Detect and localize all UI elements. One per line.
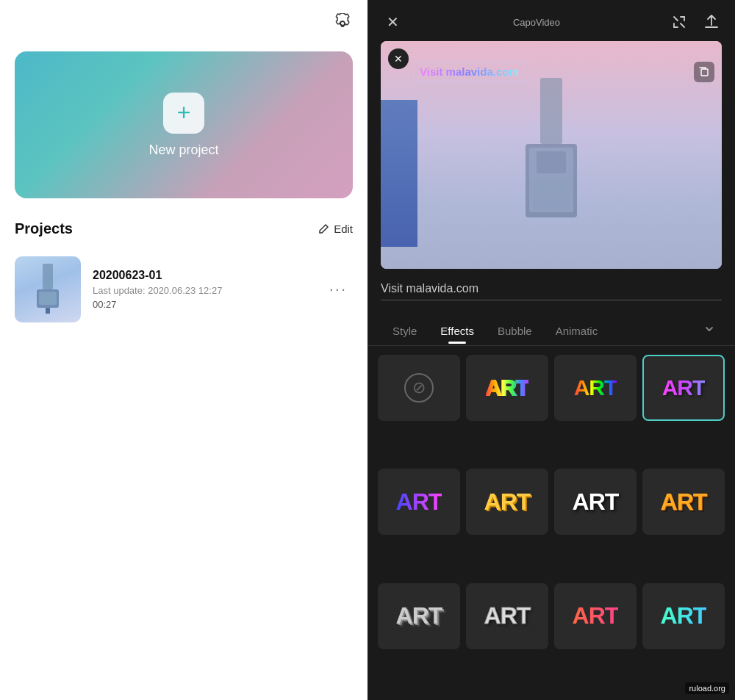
copy-button[interactable] <box>694 62 714 82</box>
effect-cell-3[interactable]: ART <box>642 355 725 421</box>
project-name: 20200623-01 <box>93 269 312 282</box>
machine-thumbnail-icon <box>29 264 66 315</box>
project-date: Last update: 2020.06.23 12:27 <box>93 285 312 296</box>
effect-cell-10[interactable]: ART <box>554 583 637 649</box>
svg-rect-3 <box>46 308 50 314</box>
left-panel: + New project Projects Edit <box>0 0 368 700</box>
effect-cell-8[interactable]: ART <box>378 583 460 649</box>
edit-label: Edit <box>334 223 353 235</box>
art-label-8: ART <box>396 602 442 629</box>
tab-effects-label: Effects <box>440 325 474 337</box>
project-info: 20200623-01 Last update: 2020.06.23 12:2… <box>93 269 312 310</box>
svg-rect-12 <box>701 69 708 76</box>
none-icon: ⊘ <box>404 373 434 403</box>
art-label-9: ART <box>484 602 531 629</box>
art-label-7: ART <box>661 488 707 516</box>
svg-rect-10 <box>529 232 573 238</box>
project-more-button[interactable]: ··· <box>323 274 353 305</box>
effect-cell-2[interactable]: ART <box>554 355 637 421</box>
header-actions <box>669 12 722 32</box>
upload-button[interactable] <box>701 12 722 32</box>
effect-none[interactable]: ⊘ <box>378 355 460 421</box>
close-button[interactable]: ✕ <box>381 10 404 34</box>
projects-title: Projects <box>15 220 73 237</box>
art-label-4: ART <box>396 488 442 516</box>
text-input[interactable] <box>381 278 722 300</box>
edit-button[interactable]: Edit <box>318 223 353 235</box>
new-project-label: New project <box>148 142 218 158</box>
expand-button[interactable] <box>669 12 689 32</box>
art-label-10: ART <box>573 602 619 629</box>
tab-style[interactable]: Style <box>381 319 429 343</box>
art-label-3: ART <box>662 375 706 400</box>
tab-more-icon[interactable] <box>697 317 722 345</box>
effect-cell-4[interactable]: ART <box>378 469 460 535</box>
tabs-row: Style Effects Bubble Animatic <box>368 309 735 346</box>
tab-animatic[interactable]: Animatic <box>544 319 610 343</box>
plus-symbol: + <box>177 99 191 126</box>
text-input-wrap <box>368 269 735 309</box>
video-header: ✕ CapoVideo <box>368 0 735 34</box>
svg-rect-2 <box>39 292 57 305</box>
tab-effects[interactable]: Effects <box>429 319 486 343</box>
svg-rect-9 <box>544 217 559 236</box>
effect-cell-9[interactable]: ART <box>466 583 548 649</box>
art-label-6: ART <box>573 488 619 516</box>
art-label-2: ART <box>574 375 617 400</box>
tab-style-label: Style <box>392 325 417 337</box>
effects-grid: ⊘ ART ART ART ART ART ART ART ART ART <box>368 346 735 700</box>
edit-icon <box>318 223 329 235</box>
effect-cell-11[interactable]: ART <box>642 583 725 649</box>
effect-cell-6[interactable]: ART <box>554 469 637 535</box>
effect-cell-1[interactable]: ART <box>466 355 548 421</box>
project-duration: 00:27 <box>93 299 312 310</box>
video-title: CapoVideo <box>513 17 560 28</box>
right-panel: ✕ CapoVideo <box>368 0 735 700</box>
video-preview: ✕ Visit malavida.com <box>381 41 722 269</box>
project-thumb-inner <box>15 256 81 322</box>
project-list-item: 20200623-01 Last update: 2020.06.23 12:2… <box>15 249 353 330</box>
svg-rect-8 <box>537 151 566 173</box>
tab-animatic-label: Animatic <box>556 325 598 337</box>
effect-cell-7[interactable]: ART <box>642 469 725 535</box>
art-label-5: ART <box>484 488 531 516</box>
watermark-text: Visit malavida.com <box>413 62 526 82</box>
watermark-close-button[interactable]: ✕ <box>388 48 409 69</box>
new-project-card[interactable]: + New project <box>15 51 353 198</box>
svg-rect-0 <box>43 264 53 289</box>
tab-bubble-label: Bubble <box>498 325 532 337</box>
art-label-1: ART <box>486 375 529 400</box>
new-project-plus-icon: + <box>163 93 204 134</box>
art-label-11: ART <box>661 602 707 629</box>
project-thumbnail <box>15 256 81 322</box>
svg-rect-5 <box>540 78 562 144</box>
effect-cell-5[interactable]: ART <box>466 469 548 535</box>
svg-rect-11 <box>533 181 570 210</box>
video-machine-icon <box>500 78 603 239</box>
projects-header: Projects Edit <box>15 220 353 237</box>
settings-icon[interactable] <box>332 13 353 37</box>
ruload-badge: ruload.org <box>685 682 729 694</box>
tab-bubble[interactable]: Bubble <box>486 319 544 343</box>
